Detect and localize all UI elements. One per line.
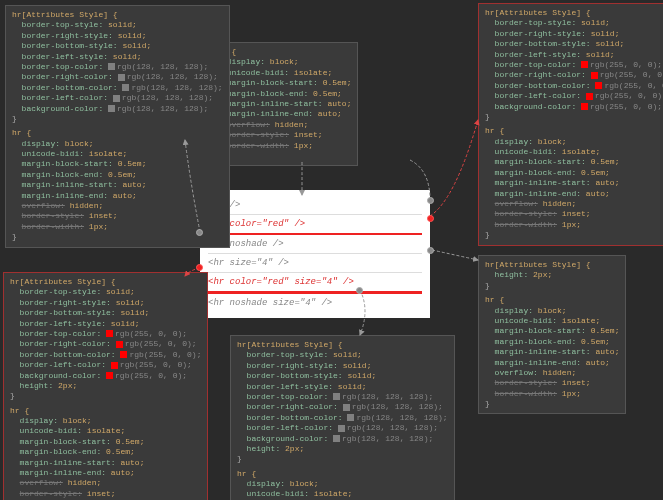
swatch-icon — [106, 372, 113, 379]
dot-icon — [196, 229, 203, 236]
tooltip-hr-plain: hr { display: block; unicode-bidi: isola… — [210, 42, 358, 166]
swatch-icon — [591, 72, 598, 79]
demo-hr-plain: <hr /> — [208, 196, 422, 215]
demo-hr-red: <hr color="red" /> — [208, 215, 422, 235]
swatch-icon — [581, 61, 588, 68]
tooltip-hr-noshade-size4: hr[Attributes Style] { border-top-style:… — [230, 335, 455, 500]
swatch-icon — [111, 362, 118, 369]
swatch-icon — [113, 95, 120, 102]
tooltip-hr-noshade: hr[Attributes Style] { border-top-style:… — [5, 5, 230, 248]
dot-icon — [427, 215, 434, 222]
swatch-icon — [595, 82, 602, 89]
swatch-icon — [120, 351, 127, 358]
demo-hr-red-size4: <hr color="red" size="4" /> — [208, 273, 422, 294]
swatch-icon — [338, 425, 345, 432]
demo-panel: <hr /> <hr color="red" /> <hr noshade />… — [200, 190, 430, 318]
swatch-icon — [333, 393, 340, 400]
swatch-icon — [116, 341, 123, 348]
swatch-icon — [108, 105, 115, 112]
tooltip-hr-red-size4: hr[Attributes Style] { border-top-style:… — [3, 272, 208, 500]
swatch-icon — [347, 414, 354, 421]
dot-icon — [427, 247, 434, 254]
demo-hr-noshade-size4: <hr noshade size="4" /> — [208, 294, 422, 312]
swatch-icon — [106, 330, 113, 337]
demo-hr-size4: <hr size="4" /> — [208, 254, 422, 273]
swatch-icon — [343, 404, 350, 411]
swatch-icon — [581, 103, 588, 110]
dot-icon — [196, 264, 203, 271]
dot-icon — [356, 287, 363, 294]
demo-hr-noshade: <hr noshade /> — [208, 235, 422, 254]
tooltip-hr-size4: hr[Attributes Style] { height: 2px; } hr… — [478, 255, 626, 414]
dot-icon — [427, 197, 434, 204]
swatch-icon — [108, 63, 115, 70]
swatch-icon — [118, 74, 125, 81]
swatch-icon — [122, 84, 129, 91]
swatch-icon — [333, 435, 340, 442]
swatch-icon — [586, 93, 593, 100]
tooltip-hr-red: hr[Attributes Style] { border-top-style:… — [478, 3, 663, 246]
